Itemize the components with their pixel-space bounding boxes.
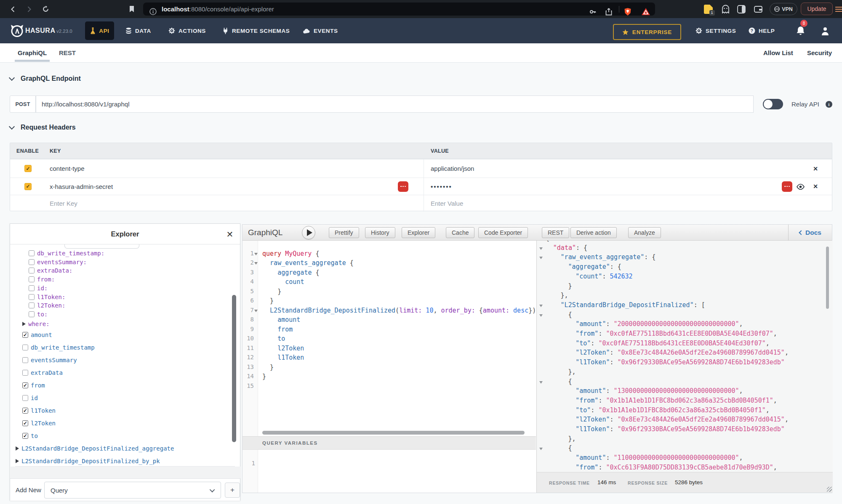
expand-icon[interactable] [22,322,26,326]
toolbar-button-derive-action[interactable]: Derive action [570,227,617,238]
checkbox[interactable] [22,370,28,376]
remove-header-icon[interactable]: ✕ [811,159,820,178]
menu-icon[interactable] [835,0,842,18]
new-header-key-input[interactable]: Enter Key [50,195,77,212]
explorer-node-L2StandardBridge_DepositFinalized_by_pk[interactable]: L2StandardBridge_DepositFinalized_by_pk [10,457,240,465]
explorer-field-from[interactable]: ✓from [10,381,240,390]
nav-tab-actions[interactable]: ACTIONS [168,18,206,43]
resize-handle-icon[interactable] [827,487,832,492]
query-type-select[interactable]: Query [44,482,221,499]
explorer-arg-db_write_timestamp[interactable]: db_write_timestamp: [10,249,240,257]
header-value-input[interactable]: ••••••• [431,178,452,195]
checkbox[interactable]: ✓ [22,433,28,439]
checkbox[interactable]: ✓ [22,332,28,338]
checkbox[interactable]: ✓ [22,408,28,414]
header-key-input[interactable]: x-hasura-admin-secret [50,178,113,195]
endpoint-url-input[interactable]: http://localhost:8080/v1/graphql [36,95,754,113]
checkbox[interactable] [29,259,35,265]
endpoint-collapse-icon[interactable] [10,76,14,80]
toolbar-button-prettify[interactable]: Prettify [329,227,359,238]
update-button[interactable]: Update [801,3,833,15]
explorer-arg-from[interactable]: from: [10,275,240,284]
explorer-field-eventsSummary[interactable]: eventsSummary [10,356,240,364]
explorer-arg-l1Token[interactable]: l1Token: [10,293,240,301]
expand-icon[interactable] [16,446,19,451]
toolbar-button-cache[interactable]: Cache [446,227,474,238]
user-icon[interactable] [820,18,830,43]
query-variables-header[interactable]: QUERY VARIABLES [242,436,536,450]
explorer-field-extraData[interactable]: extraData [10,369,240,377]
toolbar-button-history[interactable]: History [365,227,395,238]
explorer-arg-to[interactable]: to: [10,310,240,318]
vpn-button[interactable]: VPN [770,3,797,15]
explorer-arg-l2Token[interactable]: l2Token: [10,301,240,310]
back-icon[interactable] [9,0,17,18]
checkbox[interactable] [29,294,35,300]
url-bar[interactable]: localhost:8080/console/api/api-explorer [143,3,655,16]
explorer-field-db_write_timestamp[interactable]: db_write_timestamp [10,343,240,352]
wallet-extension-icon[interactable] [754,0,763,18]
toolbar-button-code-exporter[interactable]: Code Exporter [478,227,528,238]
checkbox[interactable] [29,285,35,291]
reload-icon[interactable] [42,0,49,18]
password-manager-icon[interactable] [398,181,408,192]
checkbox[interactable] [22,395,28,401]
notes-extension-icon[interactable]: 1 [703,0,713,18]
password-manager-icon[interactable] [782,181,792,192]
notification-bell-icon[interactable]: 8 [795,18,806,43]
expand-icon[interactable] [16,459,19,463]
header-value-input[interactable]: application/json [431,159,474,178]
checkbox[interactable] [29,302,35,308]
checkbox[interactable] [29,311,35,317]
nav-tab-data[interactable]: DATA [125,18,151,43]
explorer-field-to[interactable]: ✓to [10,432,240,440]
response-scrollbar[interactable] [826,247,829,309]
bookmark-icon[interactable] [128,0,136,18]
reveal-value-icon[interactable] [796,178,805,195]
tab-rest[interactable]: REST [59,43,76,62]
explorer-field-amount[interactable]: ✓amount [10,331,240,339]
nav-tab-api[interactable]: API [85,21,114,40]
explorer-close-icon[interactable]: ✕ [225,224,235,244]
forward-icon[interactable] [25,0,33,18]
help-button[interactable]: ?HELP [749,18,775,43]
explorer-arg-id[interactable]: id: [10,284,240,292]
url-text[interactable]: localhost:8080/console/api/api-explorer [162,5,274,13]
explorer-arg-extraData[interactable]: extraData: [10,266,240,275]
reader-extension-icon[interactable] [737,0,746,18]
checkbox[interactable] [29,268,35,273]
headers-collapse-icon[interactable] [10,125,14,129]
explorer-field-l2Token[interactable]: ✓l2Token [10,419,240,427]
relay-info-icon[interactable]: i [826,101,832,108]
checkbox[interactable] [22,357,28,363]
hasura-logo[interactable] [10,18,24,43]
nav-tab-events[interactable]: EVENTS [303,18,338,43]
link-security[interactable]: Security [807,43,832,62]
explorer-scrollbar[interactable] [232,295,236,442]
relay-api-toggle[interactable] [763,99,783,109]
explorer-field-l1Token[interactable]: ✓l1Token [10,406,240,415]
checkbox[interactable] [22,345,28,350]
explorer-field-id[interactable]: id [10,394,240,402]
add-query-button[interactable]: + [225,483,240,498]
nav-tab-remote-schemas[interactable]: REMOTE SCHEMAS [222,18,290,43]
checkbox[interactable]: ✓ [22,382,28,388]
explorer-arg-where[interactable]: where: [10,320,240,328]
query-variables-editor[interactable]: 1 [242,450,536,493]
link-allow-list[interactable]: Allow List [763,43,793,62]
toolbar-button-analyze[interactable]: Analyze [628,227,661,238]
checkbox[interactable] [29,276,35,282]
query-editor[interactable]: 1query MyQuery {2raw_events_aggregate {3… [242,241,536,493]
header-enable-checkbox[interactable]: ✓ [24,165,32,172]
checkbox[interactable]: ✓ [22,420,28,426]
remove-header-icon[interactable]: ✕ [811,178,820,195]
explorer-arg-eventsSummary[interactable]: eventsSummary: [10,258,240,266]
settings-button[interactable]: SETTINGS [695,18,736,43]
checkbox[interactable] [29,250,35,256]
ghost-extension-icon[interactable] [721,0,730,18]
new-header-value-input[interactable]: Enter Value [431,195,463,212]
docs-button[interactable]: Docs [788,225,832,241]
toolbar-button-rest[interactable]: REST [542,227,569,238]
enterprise-button[interactable]: ENTERPRISE [613,24,681,40]
header-enable-checkbox[interactable]: ✓ [24,183,32,190]
